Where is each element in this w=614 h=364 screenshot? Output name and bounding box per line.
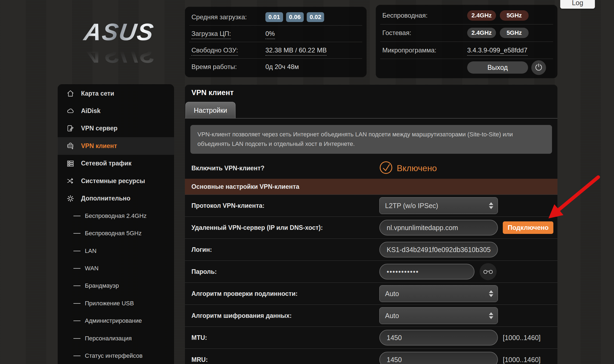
vpn-settings-table: Основные настройки VPN-клиента Протокол … bbox=[185, 179, 557, 364]
wireless-5ghz-pill[interactable]: 5GHz bbox=[500, 10, 529, 21]
asus-wordmark-reflection: ASUS bbox=[66, 42, 172, 66]
sidebar-subitem-lan[interactable]: LAN bbox=[58, 242, 174, 260]
dash-icon bbox=[73, 285, 80, 286]
sidebar-item-aidisk[interactable]: AiDisk bbox=[58, 102, 174, 120]
free-ram-row: Свободно ОЗУ: 32.38 MB / 60.22 MB bbox=[189, 42, 362, 58]
show-password-button[interactable] bbox=[479, 263, 497, 280]
dash-icon bbox=[73, 303, 80, 304]
sidebar-subitem-wireless-5[interactable]: Беспроводная 5GHz bbox=[58, 225, 174, 242]
sidebar-subitem-wireless-24[interactable]: Беспроводная 2.4GHz bbox=[58, 207, 174, 225]
load-average-row: Средняя загрузка: 0.01 0.06 0.02 bbox=[189, 9, 362, 25]
server-label: Удаленный VPN-сервер (IP или DNS-хост): bbox=[191, 224, 323, 231]
guest-24ghz-pill[interactable]: 2.4GHz bbox=[467, 28, 496, 38]
sidebar-item-network-map[interactable]: Карта сети bbox=[58, 85, 174, 102]
uptime-label: Время работы: bbox=[191, 63, 265, 71]
login-label: Логин: bbox=[191, 246, 212, 253]
password-input[interactable] bbox=[379, 264, 475, 280]
auth-algorithm-label: Алгоритм проверки подлинности: bbox=[191, 290, 297, 297]
asus-wordmark: ASUS bbox=[66, 20, 172, 44]
connected-status-badge: Подключено bbox=[503, 221, 553, 234]
vpn-server-icon bbox=[66, 124, 75, 133]
section-header-basic-settings: Основные настройки VPN-клиента bbox=[185, 179, 557, 195]
vpn-client-icon bbox=[66, 142, 75, 150]
home-icon bbox=[66, 89, 75, 98]
auth-algorithm-row: Алгоритм проверки подлинности: Auto bbox=[185, 283, 557, 305]
sidebar-subitem-administration[interactable]: Администрирование bbox=[58, 312, 174, 330]
uptime-row: Время работы: 0д 20ч 48м bbox=[189, 58, 362, 75]
firmware-label: Микропрограмма: bbox=[382, 46, 467, 54]
tab-divider bbox=[185, 118, 557, 118]
log-button[interactable]: Log bbox=[560, 0, 595, 9]
guest-5ghz-pill[interactable]: 5GHz bbox=[500, 28, 529, 38]
dash-icon bbox=[73, 233, 80, 234]
auth-algorithm-select[interactable]: Auto bbox=[379, 285, 498, 302]
wireless-row: Беспроводная: 2.4GHz 5GHz bbox=[380, 7, 553, 24]
dash-icon bbox=[73, 268, 80, 269]
sidebar-subitem-wan[interactable]: WAN bbox=[58, 260, 174, 277]
sidebar-subitem-firewall[interactable]: Брандмауэр bbox=[58, 277, 174, 294]
login-input[interactable] bbox=[379, 242, 498, 258]
vpn-client-panel: VPN клиент Настройки VPN-клиент позволяе… bbox=[185, 85, 557, 364]
sidebar-item-vpn-server[interactable]: VPN сервер bbox=[58, 120, 174, 137]
server-row: Удаленный VPN-сервер (IP или DNS-хост): … bbox=[185, 217, 557, 239]
guest-label: Гостевая: bbox=[382, 29, 467, 37]
load-badge-5m: 0.06 bbox=[286, 12, 304, 22]
mru-label: MRU: bbox=[191, 356, 208, 363]
enable-vpn-row: Включить VPN-клиент? Включено bbox=[185, 158, 557, 179]
password-row: Пароль: bbox=[185, 261, 557, 283]
firmware-row: Микропрограмма: 3.4.3.9-099_e58fdd7 bbox=[380, 42, 553, 59]
guest-row: Гостевая: 2.4GHz 5GHz bbox=[380, 24, 553, 42]
tab-settings[interactable]: Настройки bbox=[185, 102, 235, 118]
load-badge-15m: 0.02 bbox=[307, 12, 324, 22]
cpu-load-row: Загрузка ЦП: 0% bbox=[189, 25, 362, 42]
protocol-row: Протокол VPN-клиента: L2TP (w/o IPSec) bbox=[185, 195, 557, 217]
wireless-label: Беспроводная: bbox=[382, 12, 467, 19]
sidebar-item-system-resources[interactable]: Системные ресурсы bbox=[58, 172, 174, 190]
sidebar-item-vpn-client[interactable]: VPN клиент bbox=[58, 137, 174, 155]
sidebar-subitem-usb-app[interactable]: Приложение USB bbox=[58, 295, 174, 312]
mru-range-hint: [1000..1460] bbox=[503, 356, 541, 364]
load-average-label: Средняя загрузка: bbox=[191, 13, 265, 21]
system-status-box: Средняя загрузка: 0.01 0.06 0.02 Загрузк… bbox=[185, 7, 367, 77]
wireless-24ghz-pill[interactable]: 2.4GHz bbox=[467, 10, 496, 21]
firmware-version[interactable]: 3.4.3.9-099_e58fdd7 bbox=[467, 46, 528, 56]
encryption-algorithm-select[interactable]: Auto bbox=[379, 307, 498, 324]
logout-row: Выход bbox=[380, 59, 553, 76]
sidebar: Карта сети AiDisk VPN сервер VPN клиент bbox=[58, 84, 174, 364]
traffic-list-icon bbox=[66, 159, 75, 168]
load-badge-1m: 0.01 bbox=[265, 12, 283, 22]
glasses-icon bbox=[483, 268, 493, 275]
check-circle-icon bbox=[379, 161, 393, 175]
cpu-load-label: Загрузка ЦП: bbox=[191, 30, 231, 39]
select-arrows-icon bbox=[489, 312, 493, 319]
mru-input[interactable] bbox=[379, 352, 498, 364]
protocol-select[interactable]: L2TP (w/o IPSec) bbox=[379, 197, 498, 214]
page-title: VPN клиент bbox=[191, 89, 234, 97]
wireless-status-box: Беспроводная: 2.4GHz 5GHz Гостевая: 2.4G… bbox=[376, 5, 557, 78]
select-arrows-icon bbox=[489, 290, 493, 297]
dash-icon bbox=[73, 338, 80, 339]
password-label: Пароль: bbox=[191, 268, 217, 275]
mtu-row: MTU: [1000..1460] bbox=[185, 327, 557, 349]
sidebar-subitem-personalization[interactable]: Персонализация bbox=[58, 330, 174, 347]
dash-icon bbox=[73, 251, 80, 251]
enable-vpn-toggle[interactable]: Включено bbox=[379, 161, 437, 175]
reboot-button[interactable] bbox=[531, 60, 546, 75]
shuffle-icon bbox=[66, 177, 75, 185]
server-input[interactable] bbox=[379, 220, 498, 236]
enable-vpn-label: Включить VPN-клиент? bbox=[191, 165, 265, 172]
router-admin-page: Log ASUS ASUS Средняя загрузка: 0.01 0.0… bbox=[0, 0, 614, 364]
sidebar-subitem-interface-status[interactable]: Статус интерфейсов bbox=[58, 347, 174, 364]
cpu-load-value: 0% bbox=[265, 30, 275, 39]
mru-row: MRU: [1000..1460] bbox=[185, 349, 557, 364]
dash-icon bbox=[73, 216, 80, 216]
dash-icon bbox=[73, 321, 80, 321]
logout-button[interactable]: Выход bbox=[467, 61, 528, 74]
enable-status-text: Включено bbox=[397, 163, 437, 173]
asus-logo: ASUS ASUS bbox=[67, 20, 171, 66]
uptime-value: 0д 20ч 48м bbox=[265, 63, 299, 71]
sidebar-item-advanced[interactable]: Дополнительно bbox=[58, 190, 174, 207]
mtu-input[interactable] bbox=[379, 330, 498, 346]
sidebar-item-network-traffic[interactable]: Сетевой трафик bbox=[58, 155, 174, 172]
vpn-client-description: VPN-клиент позволяет через сеть Интернет… bbox=[190, 125, 552, 154]
